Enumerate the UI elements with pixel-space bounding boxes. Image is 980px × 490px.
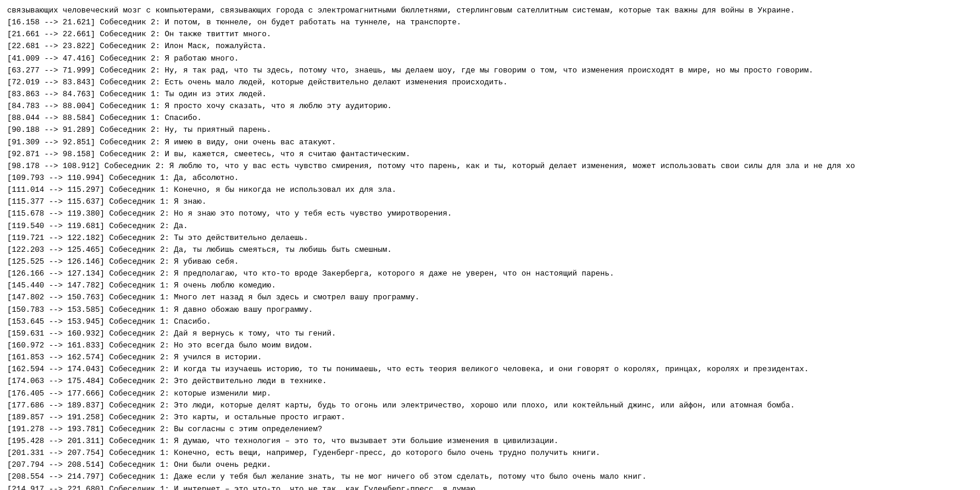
subtitle-line: [126.166 --> 127.134] Собеседник 2: Я пр… bbox=[7, 268, 973, 280]
subtitle-line: [84.783 --> 88.004] Собеседник 1: Я прос… bbox=[7, 100, 973, 112]
subtitle-line: [147.802 --> 150.763] Собеседник 1: Мног… bbox=[7, 292, 973, 304]
subtitle-line: [83.863 --> 84.763] Собеседник 1: Ты оди… bbox=[7, 88, 973, 100]
subtitle-line: [98.178 --> 108.912] Собеседник 2: Я люб… bbox=[7, 160, 973, 172]
subtitle-line: [22.681 --> 23.822] Собеседник 2: Илон М… bbox=[7, 40, 973, 52]
subtitle-line: [195.428 --> 201.311] Собеседник 1: Я ду… bbox=[7, 435, 973, 447]
subtitle-line: [160.972 --> 161.833] Собеседник 2: Но э… bbox=[7, 340, 973, 352]
subtitle-line: [91.309 --> 92.851] Собеседник 2: Я имею… bbox=[7, 137, 973, 148]
subtitle-line: [115.377 --> 115.637] Собеседник 1: Я зн… bbox=[7, 196, 973, 208]
subtitle-line: [159.631 --> 160.932] Собеседник 2: Дай … bbox=[7, 328, 973, 340]
subtitle-line: [21.661 --> 22.661] Собеседник 2: Он так… bbox=[7, 29, 973, 40]
subtitle-line: [176.405 --> 177.666] Собеседник 2: кото… bbox=[7, 388, 973, 400]
subtitle-line: [72.019 --> 83.843] Собеседник 2: Есть о… bbox=[7, 77, 973, 88]
subtitle-line: [115.678 --> 119.380] Собеседник 2: Но я… bbox=[7, 208, 973, 220]
subtitle-line: [174.063 --> 175.484] Собеседник 2: Это … bbox=[7, 375, 973, 387]
subtitle-line: [201.331 --> 207.754] Собеседник 1: Коне… bbox=[7, 447, 973, 459]
subtitle-line: [111.014 --> 115.297] Собеседник 1: Коне… bbox=[7, 184, 973, 196]
subtitle-line: [119.540 --> 119.681] Собеседник 2: Да. bbox=[7, 220, 973, 232]
subtitle-line: [16.158 --> 21.621] Собеседник 2: И пото… bbox=[7, 17, 973, 29]
subtitle-line: [122.203 --> 125.465] Собеседник 2: Да, … bbox=[7, 244, 973, 256]
subtitle-line: [119.721 --> 122.182] Собеседник 2: Ты э… bbox=[7, 232, 973, 244]
subtitle-line: [162.594 --> 174.043] Собеседник 2: И ко… bbox=[7, 363, 973, 375]
subtitle-line: [161.853 --> 162.574] Собеседник 2: Я уч… bbox=[7, 352, 973, 363]
subtitle-line: [125.525 --> 126.146] Собеседник 2: Я уб… bbox=[7, 256, 973, 268]
subtitle-line: связывающих человеческий мозг с компьюте… bbox=[7, 5, 973, 17]
subtitle-line: [207.794 --> 208.514] Собеседник 1: Они … bbox=[7, 459, 973, 471]
subtitle-line: [177.686 --> 189.837] Собеседник 2: Это … bbox=[7, 400, 973, 412]
subtitle-content: связывающих человеческий мозг с компьюте… bbox=[7, 5, 973, 490]
subtitle-line: [90.188 --> 91.289] Собеседник 2: Ну, ты… bbox=[7, 124, 973, 136]
subtitle-line: [109.793 --> 110.994] Собеседник 1: Да, … bbox=[7, 172, 973, 184]
subtitle-line: [145.440 --> 147.782] Собеседник 1: Я оч… bbox=[7, 280, 973, 292]
subtitle-line: [41.009 --> 47.416] Собеседник 2: Я рабо… bbox=[7, 53, 973, 65]
subtitle-line: [153.645 --> 153.945] Собеседник 1: Спас… bbox=[7, 316, 973, 328]
subtitle-line: [191.278 --> 193.781] Собеседник 2: Вы с… bbox=[7, 423, 973, 435]
subtitle-line: [189.857 --> 191.258] Собеседник 2: Это … bbox=[7, 412, 973, 423]
subtitle-line: [214.917 --> 221.680] Собеседник 1: И ин… bbox=[7, 483, 973, 490]
subtitle-line: [208.554 --> 214.797] Собеседник 1: Даже… bbox=[7, 471, 973, 483]
subtitle-line: [150.783 --> 153.585] Собеседник 1: Я да… bbox=[7, 304, 973, 316]
subtitle-line: [63.277 --> 71.999] Собеседник 2: Ну, я … bbox=[7, 65, 973, 77]
subtitle-line: [88.044 --> 88.584] Собеседник 1: Спасиб… bbox=[7, 112, 973, 124]
subtitle-line: [92.871 --> 98.158] Собеседник 2: И вы, … bbox=[7, 148, 973, 160]
